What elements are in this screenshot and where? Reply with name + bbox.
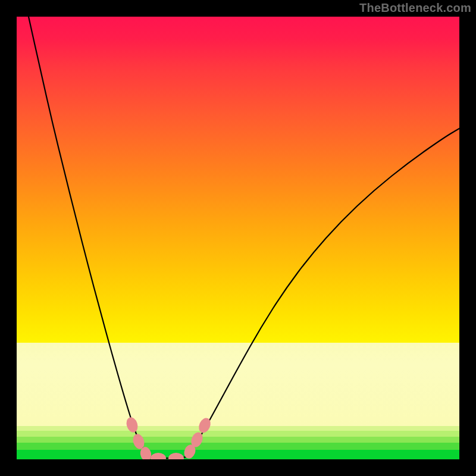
watermark-text: TheBottleneck.com (359, 1, 471, 15)
curve-left-branch (29, 17, 151, 457)
plot-area (17, 17, 459, 459)
chart-svg (17, 17, 459, 459)
curve-right-branch (186, 129, 459, 457)
m-floor-a (151, 453, 166, 459)
m-floor-b (168, 453, 184, 459)
outer-frame: TheBottleneck.com (0, 0, 476, 476)
curve-group (29, 17, 459, 458)
m-left-a (124, 416, 139, 434)
marker-group (124, 416, 212, 459)
